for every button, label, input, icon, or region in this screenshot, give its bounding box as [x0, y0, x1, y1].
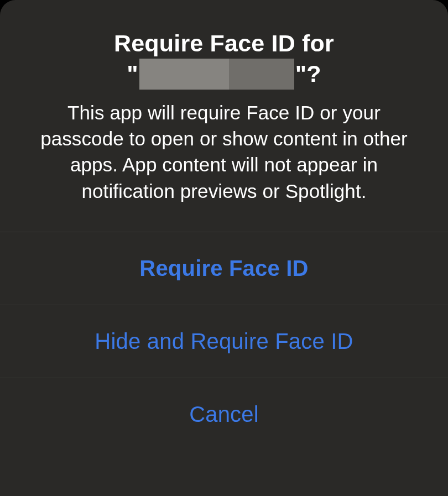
alert-title-app-line: " " ?	[33, 59, 415, 90]
alert-dialog: Require Face ID for " " ? This app will …	[0, 0, 448, 496]
alert-header: Require Face ID for " " ? This app will …	[0, 0, 448, 232]
question-mark: ?	[306, 59, 321, 89]
quote-close: "	[295, 59, 307, 89]
hide-and-require-face-id-button[interactable]: Hide and Require Face ID	[0, 305, 448, 378]
require-face-id-button[interactable]: Require Face ID	[0, 232, 448, 305]
redacted-app-name	[139, 59, 294, 90]
alert-buttons: Require Face ID Hide and Require Face ID…	[0, 232, 448, 496]
alert-title-prefix: Require Face ID for	[33, 29, 415, 59]
alert-title: Require Face ID for " " ?	[33, 29, 415, 90]
quote-open: "	[127, 59, 138, 89]
cancel-button[interactable]: Cancel	[0, 378, 448, 451]
alert-message: This app will require Face ID or your pa…	[33, 100, 415, 204]
